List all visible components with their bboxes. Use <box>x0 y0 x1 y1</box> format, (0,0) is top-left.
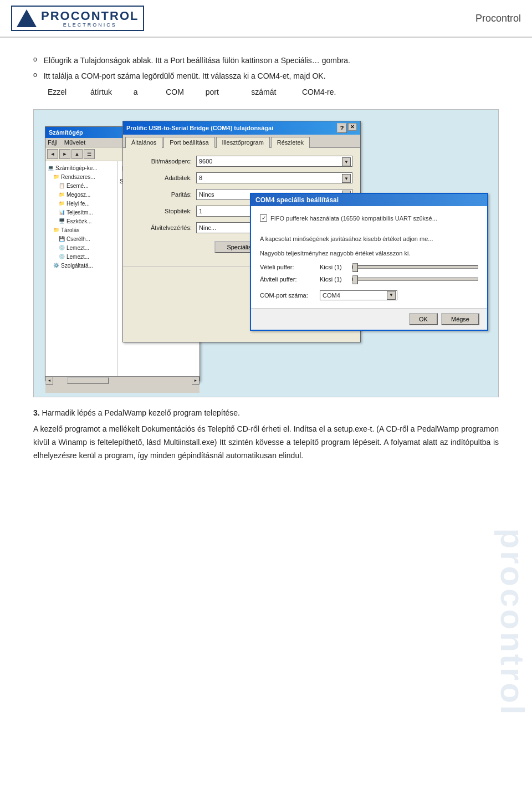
props-title: Prolific USB-to-Serial Bridge (COM4) tul… <box>126 125 273 131</box>
special-titlebar: COM4 speciális beállításai <box>251 194 487 206</box>
disk-icon-1: 💿 <box>58 244 65 252</box>
page-title: Procontrol <box>475 13 521 24</box>
tree-helyi[interactable]: 📁 Helyi fe... <box>58 199 116 208</box>
logo-text: PROCONTROL <box>41 9 139 23</box>
tree-label-4: Helyi fe... <box>66 201 90 207</box>
tab-port[interactable]: Port beállítása <box>163 137 214 148</box>
recv-slider[interactable] <box>352 265 478 269</box>
tree-label-5: Teljesítm... <box>66 209 93 216</box>
tree-cserelh[interactable]: 💾 Cserélh... <box>58 234 116 243</box>
combo-bps[interactable]: 9600 ▼ <box>196 156 352 167</box>
tree-tarolas[interactable]: 📁 Tárolás <box>52 226 116 234</box>
form-row-bps: Bit/másodperc: 9600 ▼ <box>131 156 352 167</box>
bullet-icon-1: o <box>33 55 37 66</box>
com-word: COM <box>166 88 184 96</box>
special-cancel-btn[interactable]: Mégse <box>441 313 479 325</box>
perf-icon: 📊 <box>58 208 65 216</box>
menu-file[interactable]: Fájl <box>48 139 58 146</box>
bullet-item-2: o Itt találja a COM-port száma legördülő… <box>33 70 499 82</box>
section3-text: A kezelő programot a mellékelt Dokumentá… <box>33 423 499 462</box>
arrow-bps[interactable]: ▼ <box>342 157 351 166</box>
tree-esemeny[interactable]: 📋 Esemé... <box>58 181 116 190</box>
combo-data[interactable]: 8 ▼ <box>196 172 352 183</box>
tree-lemezt2[interactable]: 💿 Lemezt... <box>58 252 116 261</box>
page-header: PROCONTROL ELECTRONICS Procontrol <box>0 0 532 38</box>
comp-tree: 💻 Számítógép-ke... 📁 Rendszeres... 📋 Ese… <box>45 161 117 376</box>
logo-subtext: ELECTRONICS <box>41 22 139 28</box>
scroll-left[interactable]: ◄ <box>45 377 53 385</box>
comp-statusbar <box>45 384 200 393</box>
tree-label-1: Rendszeres... <box>61 174 95 180</box>
storage-icon: 📁 <box>52 226 60 234</box>
toolbar-back[interactable]: ◄ <box>47 149 58 159</box>
special-ok-btn[interactable]: OK <box>409 313 438 325</box>
val-data: 8 <box>199 175 350 181</box>
close-btn-props[interactable]: ✕ <box>348 123 357 131</box>
fifo-checkbox-row: ✓ FIFO pufferek használata (16550 kompat… <box>260 214 478 229</box>
send-val: Kicsi (1) <box>320 276 347 283</box>
removable-icon: 💾 <box>58 235 65 243</box>
tree-root[interactable]: 💻 Számítógép-ke... <box>47 163 116 172</box>
scroll-track <box>53 377 192 385</box>
tree-label-6: Eszközk... <box>66 218 92 224</box>
props-controls: ? ✕ <box>337 123 357 133</box>
toolbar-fwd[interactable]: ► <box>59 149 70 159</box>
tree-lemezt1[interactable]: 💿 Lemezt... <box>58 243 116 252</box>
label-bps: Bit/másodperc: <box>131 158 192 165</box>
send-label: Átviteli puffer: <box>260 276 315 283</box>
scroll-right[interactable]: ► <box>192 377 200 385</box>
special-dialog: COM4 speciális beállításai ✓ FIFO puffer… <box>250 193 488 331</box>
scroll-thumb <box>67 377 109 384</box>
tree-megosz[interactable]: 📁 Megosz... <box>58 190 116 199</box>
label-flow: Átvitelvezérlés: <box>131 224 192 231</box>
service-icon: ⚙️ <box>52 262 60 269</box>
tab-details[interactable]: Részletek <box>271 137 310 148</box>
main-content: o Előugrik a Tulajdonságok ablak. Itt a … <box>0 38 532 479</box>
special-desc-2: Nagyobb teljesítményhez nagyobb értéket … <box>260 249 478 258</box>
help-btn[interactable]: ? <box>337 123 347 133</box>
tab-general[interactable]: Általános <box>125 137 162 148</box>
comp-scrollbar: ◄ ► <box>45 376 200 384</box>
special-desc-1: A kapcsolat minőségének javításához kise… <box>260 234 478 244</box>
tree-label-11: Szolgáltatá... <box>61 263 93 269</box>
tree-label-10: Lemezt... <box>66 254 89 260</box>
tree-label-2: Esemé... <box>66 183 88 189</box>
label-stop: Stopbitek: <box>131 208 192 214</box>
special-body: ✓ FIFO pufferek használata (16550 kompat… <box>251 206 487 308</box>
com-middle: port számát COM4-re. <box>184 88 336 96</box>
recv-label: Vételi puffer: <box>260 264 315 270</box>
device-icon: 🖥️ <box>58 217 65 225</box>
toolbar-list[interactable]: ☰ <box>84 149 95 159</box>
disk-icon-2: 💿 <box>58 253 65 260</box>
tab-driver[interactable]: Illesztőprogram <box>216 137 270 148</box>
com-port-arrow[interactable]: ▼ <box>387 291 396 300</box>
tree-label-9: Lemezt... <box>66 245 89 251</box>
com-port-row: COM-port száma: COM4 ▼ <box>260 290 478 300</box>
logo-triangle-icon <box>17 9 37 27</box>
toolbar-up[interactable]: ▲ <box>71 149 83 159</box>
form-row-data: Adatbitek: 8 ▼ <box>131 172 352 183</box>
bullet-icon-2: o <box>33 71 37 82</box>
fifo-checkbox[interactable]: ✓ <box>260 214 267 222</box>
com-port-combo[interactable]: COM4 ▼ <box>320 290 397 300</box>
tree-root-label: Számítógép-ke... <box>55 165 98 171</box>
comp-mgmt-title: Számítógép <box>49 129 83 136</box>
logo-box: PROCONTROL ELECTRONICS <box>11 6 144 31</box>
menu-action[interactable]: Művelet <box>64 139 86 146</box>
header-logo: PROCONTROL ELECTRONICS <box>11 6 144 31</box>
arrow-data[interactable]: ▼ <box>342 174 351 183</box>
tree-szolg[interactable]: ⚙️ Szolgáltatá... <box>52 261 116 270</box>
tree-rendszeres[interactable]: 📁 Rendszeres... <box>52 172 116 181</box>
props-tabs: Általános Port beállítása Illesztőprogra… <box>123 135 360 148</box>
bullet-item-1: o Előugrik a Tulajdonságok ablak. Itt a … <box>33 54 499 66</box>
folder-icon-1: 📁 <box>52 173 60 181</box>
tree-label-8: Cserélh... <box>66 236 90 242</box>
label-data: Adatbitek: <box>131 175 192 181</box>
tree-eszkoz[interactable]: 🖥️ Eszközk... <box>58 217 116 226</box>
send-thumb <box>352 275 358 284</box>
tree-label-3: Megosz... <box>66 192 90 198</box>
recv-thumb <box>352 263 358 272</box>
send-slider[interactable] <box>352 278 478 281</box>
tree-teljesit[interactable]: 📊 Teljesítm... <box>58 208 116 217</box>
special-title: COM4 speciális beállításai <box>255 196 339 204</box>
